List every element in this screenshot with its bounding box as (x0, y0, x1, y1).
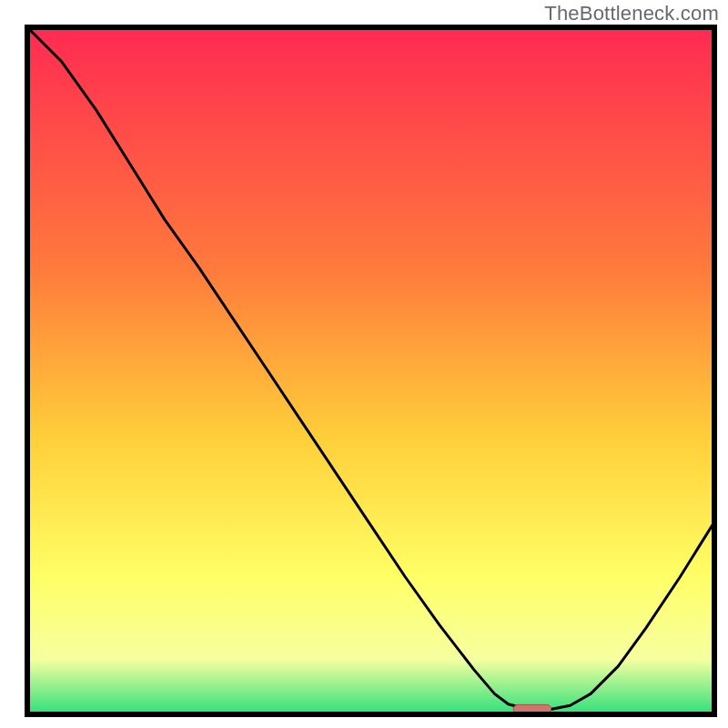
bottleneck-chart (0, 0, 728, 728)
watermark-text: TheBottleneck.com (544, 2, 719, 25)
chart-frame: { "watermark": "TheBottleneck.com", "col… (0, 0, 728, 728)
gradient-background (27, 27, 714, 714)
plot-area (27, 27, 714, 714)
